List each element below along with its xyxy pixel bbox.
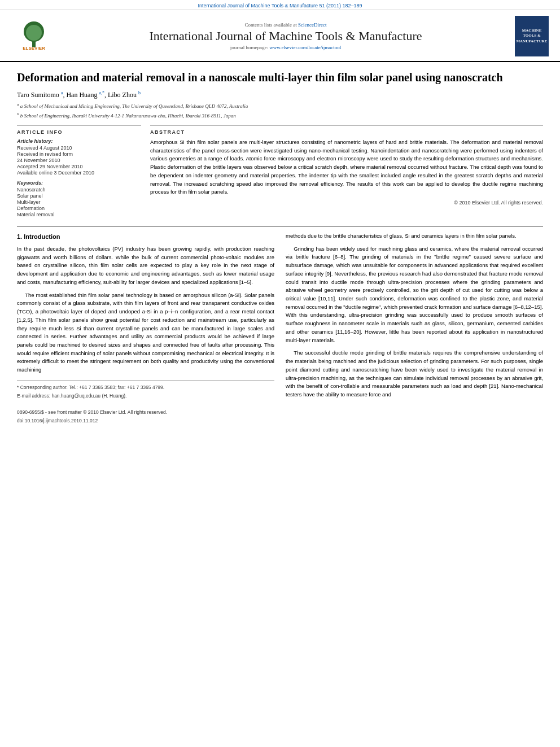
affil-a: a a School of Mechanical and Mining Engi… bbox=[17, 102, 543, 111]
abstract-label: ABSTRACT bbox=[150, 129, 543, 135]
date-received: Received 4 August 2010 bbox=[17, 145, 141, 151]
right-para-3: The successful ductile mode grinding of … bbox=[286, 349, 543, 399]
intro-heading: 1. Introduction bbox=[17, 232, 274, 242]
journal-homepage: journal homepage: www.elsevier.com/locat… bbox=[65, 45, 506, 50]
journal-ref-text: International Journal of Machine Tools &… bbox=[198, 3, 362, 8]
authors-line: Taro Sumitomo a, Han Huang a,*, Libo Zho… bbox=[17, 90, 543, 99]
history-label: Article history: bbox=[17, 138, 141, 144]
keyword-1: Nanoscratch bbox=[17, 187, 141, 193]
info-abstract-section: ARTICLE INFO Article history: Received 4… bbox=[17, 125, 543, 218]
date-revised-date: 24 November 2010 bbox=[17, 158, 141, 163]
right-para-1: methods due to the brittle characteristi… bbox=[286, 232, 543, 241]
right-para-2: Grinding has been widely used for machin… bbox=[286, 245, 543, 345]
keyword-2: Solar panel bbox=[17, 193, 141, 199]
footnote-1: * Corresponding author. Tel.: +61 7 3365… bbox=[17, 384, 274, 391]
page-wrapper: International Journal of Machine Tools &… bbox=[0, 0, 560, 434]
affil-b: b b School of Engineering, Ibaraki Unive… bbox=[17, 111, 543, 120]
author-zhou: Libo Zhou b bbox=[108, 91, 141, 99]
body-right-col: methods due to the brittle characteristi… bbox=[286, 232, 543, 426]
keyword-5: Material removal bbox=[17, 212, 141, 217]
contents-line: Contents lists available at ScienceDirec… bbox=[65, 22, 506, 28]
author-sumitomo: Taro Sumitomo a bbox=[17, 91, 63, 99]
journal-url[interactable]: www.elsevier.com/locate/ijmactool bbox=[269, 45, 341, 50]
abstract-col: ABSTRACT Amorphous Si thin film solar pa… bbox=[150, 125, 543, 218]
copyright-line: © 2010 Elsevier Ltd. All rights reserved… bbox=[150, 200, 543, 206]
date-online: Available online 3 December 2010 bbox=[17, 170, 141, 176]
body-divider bbox=[17, 226, 543, 226]
date-revised-label: Received in revised form bbox=[17, 151, 141, 157]
intro-para-2: The most established thin film solar pan… bbox=[17, 291, 274, 374]
affiliations: a a School of Mechanical and Mining Engi… bbox=[17, 102, 543, 120]
article-info-col: ARTICLE INFO Article history: Received 4… bbox=[17, 125, 141, 218]
intro-para-1: In the past decade, the photovoltaics (P… bbox=[17, 245, 274, 287]
intro-label: Introduction bbox=[24, 233, 60, 240]
body-two-col: 1. Introduction In the past decade, the … bbox=[17, 232, 543, 426]
journal-topbar: International Journal of Machine Tools &… bbox=[0, 0, 560, 10]
article-content: Deformation and material removal in a na… bbox=[0, 62, 560, 434]
footnote-5: doi:10.1016/j.ijmachtools.2010.11.012 bbox=[17, 417, 274, 425]
journal-title-center: Contents lists available at ScienceDirec… bbox=[65, 22, 506, 50]
intro-number: 1. bbox=[17, 233, 22, 240]
journal-header: ELSEVIER Contents lists available at Sci… bbox=[0, 10, 560, 62]
article-info-label: ARTICLE INFO bbox=[17, 129, 141, 135]
article-title: Deformation and material removal in a na… bbox=[17, 70, 543, 85]
body-left-col: 1. Introduction In the past decade, the … bbox=[17, 232, 274, 426]
abstract-text: Amorphous Si thin film solar panels are … bbox=[150, 138, 543, 196]
footnote-3 bbox=[17, 400, 274, 408]
keyword-3: Multi-layer bbox=[17, 199, 141, 205]
footnote-area: * Corresponding author. Tel.: +61 7 3365… bbox=[17, 380, 274, 425]
author-huang: Han Huang a,* bbox=[66, 91, 104, 99]
elsevier-logo: ELSEVIER bbox=[11, 20, 56, 53]
sciencedirect-link[interactable]: ScienceDirect bbox=[298, 22, 326, 28]
keywords-label: Keywords: bbox=[17, 180, 141, 186]
journal-cover-image: MACHINE TOOLS & MANUFACTURE bbox=[515, 16, 549, 56]
journal-name: International Journal of Machine Tools &… bbox=[65, 29, 506, 43]
keyword-4: Deformation bbox=[17, 206, 141, 211]
date-accepted: Accepted 29 November 2010 bbox=[17, 164, 141, 169]
svg-text:ELSEVIER: ELSEVIER bbox=[23, 46, 45, 51]
footnote-2: E-mail address: han.huang@uq.edu.au (H. … bbox=[17, 392, 274, 400]
svg-point-3 bbox=[26, 25, 42, 41]
footnote-4: 0890-6955/$ - see front matter © 2010 El… bbox=[17, 409, 274, 416]
